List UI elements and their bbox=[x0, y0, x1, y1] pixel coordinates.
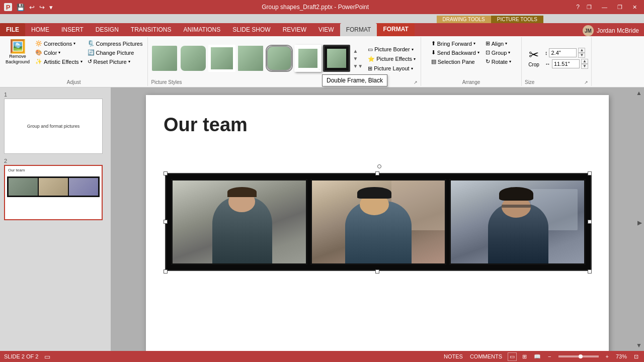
rotate-handle[interactable] bbox=[377, 164, 381, 168]
slide-canvas[interactable]: Our team bbox=[146, 95, 609, 351]
crop-button[interactable]: ✂ Crop bbox=[525, 47, 543, 69]
layout-dropdown-icon: ▾ bbox=[411, 66, 413, 71]
selection-handle-lm[interactable] bbox=[164, 220, 168, 224]
restore-down-button[interactable]: ❐ bbox=[584, 4, 595, 11]
tab-home[interactable]: HOME bbox=[25, 23, 55, 36]
photo-group[interactable] bbox=[165, 173, 592, 271]
slide-thumb-2[interactable]: 2 Our team bbox=[4, 158, 107, 220]
adjust-group-label: Adjust bbox=[67, 78, 81, 85]
change-picture-button[interactable]: 🔄 Change Picture bbox=[86, 48, 145, 57]
document-title: Group shapes_Draft2.pptx - PowerPoint bbox=[262, 4, 369, 11]
gallery-expand[interactable]: ▼▼ bbox=[352, 63, 364, 69]
gallery-scroll-down[interactable]: ▼ bbox=[352, 55, 364, 62]
redo-button[interactable]: ↪ bbox=[38, 3, 46, 12]
zoom-level[interactable]: 73% bbox=[614, 353, 628, 360]
tab-insert[interactable]: INSERT bbox=[55, 23, 90, 36]
minimize-button[interactable]: — bbox=[599, 4, 610, 10]
tab-review[interactable]: REVIEW bbox=[277, 23, 312, 36]
quick-access-toolbar[interactable]: 💾 ↩ ↪ ▾ bbox=[15, 3, 54, 12]
effects-dropdown-icon: ▾ bbox=[414, 57, 416, 61]
width-spin-up[interactable]: ▲ bbox=[581, 59, 588, 64]
picture-border-button[interactable]: ▭ Picture Border ▾ bbox=[366, 45, 418, 54]
zoom-slider[interactable] bbox=[558, 355, 599, 357]
gallery-scroll[interactable]: ▲ ▼ ▼▼ bbox=[352, 48, 364, 69]
selection-pane-button[interactable]: ▤ Selection Pane bbox=[429, 57, 481, 66]
gallery-item-3[interactable] bbox=[208, 45, 235, 72]
picture-styles-gallery[interactable]: ▲ ▼ ▼▼ bbox=[151, 45, 364, 72]
tab-animations[interactable]: ANIMATIONS bbox=[177, 23, 226, 36]
gallery-item-2[interactable] bbox=[180, 45, 207, 72]
color-button[interactable]: 🎨 Color ▾ bbox=[33, 48, 84, 57]
align-button[interactable]: ⊞ Align ▾ bbox=[484, 39, 513, 48]
zoom-in-button[interactable]: + bbox=[604, 353, 610, 360]
selection-handle-bm[interactable] bbox=[375, 269, 379, 274]
notes-button[interactable]: NOTES bbox=[442, 353, 464, 360]
artistic-effects-button[interactable]: ✨ Artistic Effects ▾ bbox=[33, 57, 84, 66]
compress-pictures-button[interactable]: 🗜️ Compress Pictures bbox=[86, 39, 145, 48]
selection-handle-br[interactable] bbox=[588, 269, 592, 274]
selection-handle-tm[interactable] bbox=[375, 171, 379, 175]
comments-button[interactable]: COMMENTS bbox=[468, 353, 504, 360]
canvas-scroll-right[interactable]: ▶ bbox=[637, 219, 642, 226]
border-icon: ▭ bbox=[368, 46, 373, 53]
save-button[interactable]: 💾 bbox=[15, 3, 26, 12]
group-button[interactable]: ⊡ Group ▾ bbox=[484, 48, 513, 57]
size-expand-icon[interactable]: ↗ bbox=[584, 80, 588, 85]
rotate-button[interactable]: ↻ Rotate ▾ bbox=[484, 57, 513, 66]
tab-slideshow[interactable]: SLIDE SHOW bbox=[226, 23, 276, 36]
tab-file[interactable]: FILE bbox=[0, 23, 25, 36]
picture-layout-button[interactable]: ⊞ Picture Layout ▾ bbox=[366, 64, 418, 73]
normal-view-button[interactable]: ▭ bbox=[508, 352, 517, 361]
bring-forward-button[interactable]: ⬆ Bring Forward ▾ bbox=[429, 39, 481, 48]
gallery-item-5[interactable] bbox=[266, 45, 293, 72]
send-backward-button[interactable]: ⬇ Send Backward ▾ bbox=[429, 48, 481, 57]
canvas-scroll-up[interactable]: ▲ bbox=[636, 89, 642, 97]
gallery-item-4[interactable] bbox=[237, 45, 264, 72]
slide-sorter-button[interactable]: ⊞ bbox=[521, 353, 528, 360]
selection-handle-bl[interactable] bbox=[164, 269, 168, 274]
photo-frame-1[interactable] bbox=[171, 179, 307, 265]
slide-panel[interactable]: 1 Group and format pictures 2 Our team bbox=[0, 87, 111, 351]
photo-frame-3[interactable] bbox=[449, 179, 586, 265]
photo-frame-2[interactable] bbox=[310, 179, 447, 265]
help-button[interactable]: ? bbox=[576, 4, 580, 11]
tab-format-drawing[interactable]: FORMAT bbox=[340, 23, 377, 36]
gallery-item-6[interactable] bbox=[294, 45, 321, 72]
selection-handle-tl[interactable] bbox=[164, 171, 168, 175]
width-input[interactable] bbox=[552, 59, 580, 68]
slide-2-number: 2 bbox=[4, 158, 107, 164]
picture-styles-expand-icon[interactable]: ↗ bbox=[414, 80, 418, 85]
canvas-scroll-down[interactable]: ▼ bbox=[636, 342, 642, 349]
artistic-icon: ✨ bbox=[35, 58, 42, 65]
gallery-scroll-up[interactable]: ▲ bbox=[352, 48, 364, 54]
selection-handle-rm[interactable] bbox=[588, 220, 592, 224]
tab-design[interactable]: DESIGN bbox=[90, 23, 125, 36]
align-icon: ⊞ bbox=[486, 40, 490, 47]
undo-button[interactable]: ↩ bbox=[28, 3, 36, 12]
picture-effects-button[interactable]: ⭐ Picture Effects ▾ bbox=[366, 55, 418, 63]
slide-thumb-1[interactable]: 1 Group and format pictures bbox=[4, 92, 107, 154]
customize-qat-button[interactable]: ▾ bbox=[48, 3, 54, 12]
reset-picture-button[interactable]: ↺ Reset Picture ▾ bbox=[86, 57, 145, 66]
reset-icon: ↺ bbox=[88, 58, 92, 65]
height-spin-down[interactable]: ▼ bbox=[578, 53, 585, 58]
reading-view-button[interactable]: 📖 bbox=[532, 353, 542, 360]
height-input[interactable] bbox=[549, 48, 577, 57]
zoom-out-button[interactable]: − bbox=[546, 353, 552, 360]
height-spin-up[interactable]: ▲ bbox=[578, 48, 585, 53]
color-icon: 🎨 bbox=[35, 49, 42, 56]
corrections-button[interactable]: 🔆 Corrections ▾ bbox=[33, 39, 84, 48]
maximize-button[interactable]: ❐ bbox=[614, 4, 625, 11]
gallery-item-7[interactable] bbox=[323, 45, 350, 72]
selection-handle-tr[interactable] bbox=[588, 171, 592, 175]
tab-view[interactable]: VIEW bbox=[312, 23, 340, 36]
slide-show-icon[interactable]: ▭ bbox=[44, 353, 50, 360]
canvas-area[interactable]: ▲ Our team bbox=[111, 87, 644, 351]
width-spin-down[interactable]: ▼ bbox=[581, 64, 588, 69]
tab-transitions[interactable]: TRANSITIONS bbox=[125, 23, 178, 36]
gallery-item-1[interactable] bbox=[151, 45, 178, 72]
fit-to-window-button[interactable]: ⊡ bbox=[632, 353, 640, 360]
close-button[interactable]: ✕ bbox=[629, 4, 640, 11]
tab-format-picture[interactable]: FORMAT bbox=[377, 23, 414, 36]
remove-background-button[interactable]: 🖼️ Remove Background bbox=[3, 38, 32, 66]
